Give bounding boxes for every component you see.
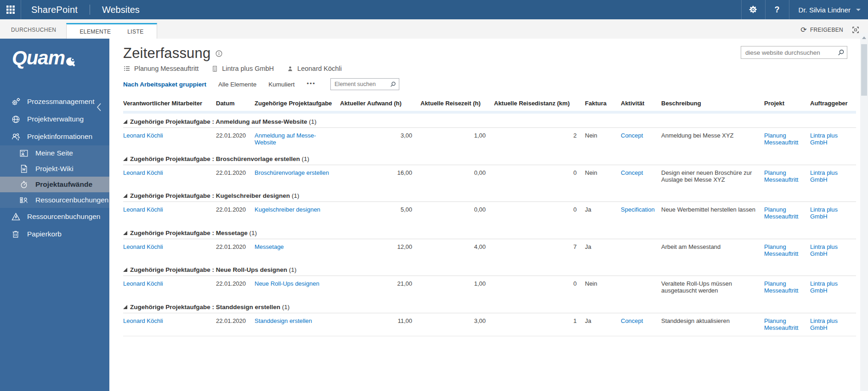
- item-search-input[interactable]: [331, 81, 387, 87]
- focus-mode-icon[interactable]: [851, 26, 860, 34]
- view-alle-elemente[interactable]: Alle Elemente: [218, 81, 256, 88]
- collapse-triangle-icon: [123, 268, 127, 272]
- sidebar-item-ressourcenbuchungen[interactable]: Ressourcenbuchungen: [0, 192, 109, 208]
- task-link[interactable]: Broschürenvorlage erstellen: [255, 169, 329, 176]
- employee-link[interactable]: Leonard Köchli: [123, 206, 163, 213]
- tab-durchsuchen[interactable]: DURCHSUCHEN: [0, 27, 66, 39]
- sidebar-item-projektaufwaende[interactable]: Projektaufwände: [0, 177, 109, 192]
- project-link[interactable]: Planung Messeauftritt: [764, 206, 798, 220]
- employee-link[interactable]: Leonard Köchli: [123, 132, 163, 139]
- group-header-row: Zugehörige Projektaufgabe : Broschürenvo…: [123, 151, 856, 165]
- group-count: (1): [290, 192, 299, 199]
- col-zugehoerige-projektaufgabe[interactable]: Zugehörige Projektaufgabe: [255, 98, 340, 112]
- sidebar-collapse-button[interactable]: [96, 102, 103, 112]
- group-count: (1): [300, 155, 309, 162]
- col-beschreibung[interactable]: Beschreibung: [661, 98, 764, 112]
- tab-elemente[interactable]: ELEMENTE: [71, 29, 119, 35]
- view-kumuliert[interactable]: Kumuliert: [268, 81, 295, 88]
- item-search-button[interactable]: [387, 81, 399, 88]
- suite-section-websites[interactable]: Websites: [90, 5, 152, 15]
- group-header-cell[interactable]: Zugehörige Projektaufgabe : Messetage (1…: [123, 225, 856, 239]
- settings-button[interactable]: [741, 0, 765, 19]
- activity-link[interactable]: Concept: [621, 132, 643, 139]
- tab-liste[interactable]: LISTE: [119, 29, 152, 35]
- more-views-button[interactable]: •••: [306, 80, 316, 89]
- project-link[interactable]: Planung Messeauftritt: [764, 169, 798, 183]
- activity-link[interactable]: Concept: [621, 317, 643, 324]
- task-link[interactable]: Anmeldung auf Messe-Website: [255, 132, 316, 146]
- triangle-up-icon: [862, 36, 866, 39]
- col-aktuelle-reisedistanz[interactable]: Aktuelle Reisedistanz (km): [494, 98, 585, 112]
- sidebar-item-projektinformationen[interactable]: Projektinformationen: [0, 128, 109, 145]
- share-button[interactable]: ⟳ FREIGEBEN: [800, 26, 843, 34]
- col-verantwortlicher-mitarbeiter[interactable]: Verantwortlicher Mitarbeiter: [123, 98, 216, 112]
- sharepoint-brand[interactable]: SharePoint: [21, 5, 90, 15]
- cell-effort: 12,00: [340, 239, 420, 262]
- sidebar-item-prozessmanagement[interactable]: Prozessmanagement: [0, 93, 109, 110]
- cell-description: Anmeldung bei Messe XYZ: [661, 128, 764, 151]
- site-search-input[interactable]: [741, 49, 835, 56]
- scrollbar-thumb[interactable]: [861, 44, 867, 96]
- sidebar-item-meine-seite[interactable]: Meine Seite: [0, 145, 109, 161]
- task-link[interactable]: Messetage: [255, 243, 284, 250]
- cell-client: Lintra plus GmbH: [810, 313, 856, 336]
- task-link[interactable]: Standdesign erstellen: [255, 317, 312, 324]
- sidebar-item-label: Projektverwaltung: [27, 115, 84, 123]
- employee-link[interactable]: Leonard Köchli: [123, 243, 163, 250]
- activity-link[interactable]: Specification: [621, 206, 655, 213]
- group-header-cell[interactable]: Zugehörige Projektaufgabe : Anmeldung au…: [123, 112, 856, 128]
- sidebar-item-label: Meine Seite: [35, 149, 73, 157]
- quam-logo[interactable]: Quam: [0, 39, 109, 69]
- time-entry-row: Leonard Köchli22.01.2020Kugelschreiber d…: [123, 202, 856, 225]
- context-item-employee: Leonard Köchli: [287, 65, 342, 72]
- project-link[interactable]: Planung Messeauftritt: [764, 243, 798, 257]
- site-search-button[interactable]: [835, 49, 847, 57]
- client-link[interactable]: Lintra plus GmbH: [810, 169, 838, 183]
- project-link[interactable]: Planung Messeauftritt: [764, 317, 798, 331]
- client-link[interactable]: Lintra plus GmbH: [810, 280, 838, 294]
- group-count: (1): [287, 266, 296, 273]
- task-link[interactable]: Neue Roll-Ups designen: [255, 280, 319, 287]
- col-faktura[interactable]: Faktura: [585, 98, 621, 112]
- user-menu[interactable]: Dr. Silvia Lindner: [789, 0, 868, 19]
- col-aktueller-aufwand[interactable]: Aktueller Aufwand (h): [340, 98, 420, 112]
- sidebar-item-projektverwaltung[interactable]: Projektverwaltung: [0, 110, 109, 128]
- col-projekt[interactable]: Projekt: [764, 98, 810, 112]
- col-datum[interactable]: Datum: [216, 98, 255, 112]
- project-link[interactable]: Planung Messeauftritt: [764, 280, 798, 294]
- view-nach-arbeitspaket[interactable]: Nach Arbeitspaket gruppiert: [123, 81, 206, 88]
- collapse-triangle-icon: [123, 194, 127, 198]
- project-link[interactable]: Planung Messeauftritt: [764, 132, 798, 146]
- group-header-cell[interactable]: Zugehörige Projektaufgabe : Kugelschreib…: [123, 188, 856, 202]
- group-header-cell[interactable]: Zugehörige Projektaufgabe : Neue Roll-Up…: [123, 262, 856, 276]
- client-link[interactable]: Lintra plus GmbH: [810, 243, 838, 257]
- employee-link[interactable]: Leonard Köchli: [123, 280, 163, 287]
- scroll-up-button[interactable]: [860, 33, 868, 42]
- col-auftraggeber[interactable]: Auftraggeber: [810, 98, 856, 112]
- employee-link[interactable]: Leonard Köchli: [123, 317, 163, 324]
- cell-travel_time: 1,00: [420, 276, 494, 299]
- activity-link[interactable]: Concept: [621, 169, 643, 176]
- employee-link[interactable]: Leonard Köchli: [123, 169, 163, 176]
- app-launcher-icon[interactable]: [0, 0, 21, 19]
- cell-employee: Leonard Köchli: [123, 313, 216, 336]
- sidebar-item-papierkorb[interactable]: Papierkorb: [0, 225, 109, 243]
- client-link[interactable]: Lintra plus GmbH: [810, 206, 838, 220]
- client-link[interactable]: Lintra plus GmbH: [810, 132, 838, 146]
- info-icon[interactable]: [215, 50, 223, 58]
- col-aktivitaet[interactable]: Aktivität: [621, 98, 661, 112]
- sidebar-item-ressourcenbuchungen-2[interactable]: Ressourcenbuchungen: [0, 208, 109, 225]
- col-aktuelle-reisezeit[interactable]: Aktuelle Reisezeit (h): [420, 98, 494, 112]
- help-button[interactable]: ?: [765, 0, 789, 19]
- group-header-cell[interactable]: Zugehörige Projektaufgabe : Broschürenvo…: [123, 151, 856, 165]
- group-header-cell[interactable]: Zugehörige Projektaufgabe : Standdesign …: [123, 299, 856, 313]
- stopwatch-icon: [18, 179, 29, 190]
- wiki-document-icon: [18, 163, 29, 174]
- cell-billing: Nein: [585, 276, 621, 299]
- sidebar-item-projekt-wiki[interactable]: Projekt-Wiki: [0, 161, 109, 177]
- task-link[interactable]: Kugelschreiber designen: [255, 206, 320, 213]
- time-entry-row: Leonard Köchli22.01.2020Neue Roll-Ups de…: [123, 276, 856, 299]
- cell-travel_time: 1,00: [420, 128, 494, 151]
- client-link[interactable]: Lintra plus GmbH: [810, 317, 838, 331]
- cell-client: Lintra plus GmbH: [810, 202, 856, 225]
